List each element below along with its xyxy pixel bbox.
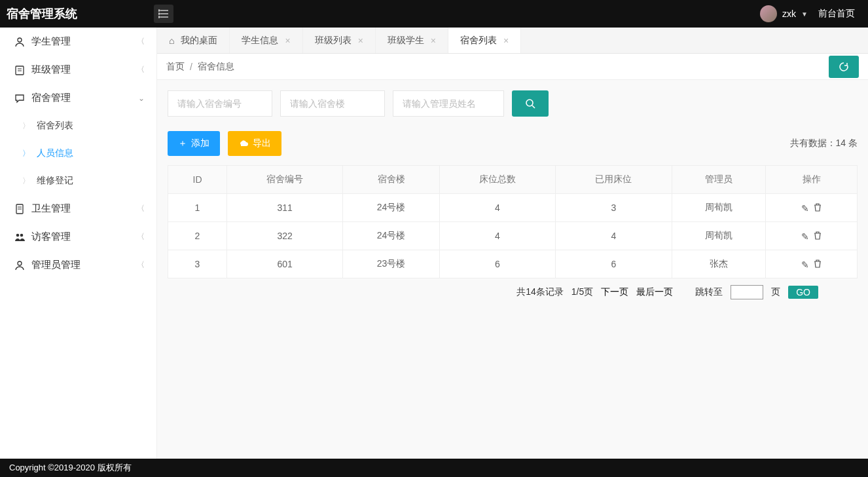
chevron-down-icon: ▼ xyxy=(801,10,808,18)
tab-desktop[interactable]: ⌂ 我的桌面 xyxy=(157,28,230,53)
content: ＋ 添加 导出 共有数据：14 条 ID 宿舍编号 宿舍楼 床 xyxy=(157,80,868,310)
search-button[interactable] xyxy=(512,90,549,117)
delete-icon[interactable] xyxy=(813,231,822,240)
close-icon[interactable]: × xyxy=(431,35,436,46)
tab-dorm-list[interactable]: 宿舍列表 × xyxy=(448,28,521,53)
tab-label: 学生信息 xyxy=(242,35,278,47)
sidebar-item-label: 卫生管理 xyxy=(31,202,137,215)
sidebar-item-label: 宿舍管理 xyxy=(31,92,138,104)
chevron-right-icon: 〉 xyxy=(22,148,30,159)
main: ⌂ 我的桌面 学生信息 × 班级列表 × 班级学生 × 宿舍列表 × 首页 / xyxy=(157,28,868,460)
dorm-code-input[interactable] xyxy=(168,90,272,117)
cell-manager: 周荀凯 xyxy=(672,222,765,250)
list-icon xyxy=(158,9,169,18)
record-count: 共有数据：14 条 xyxy=(790,138,858,149)
footer: Copyright ©2019-2020 版权所有 xyxy=(0,459,868,477)
pager-last[interactable]: 最后一页 xyxy=(636,286,673,298)
cell-used: 4 xyxy=(556,222,672,250)
pager-jump-prefix: 跳转至 xyxy=(695,286,723,298)
sidebar-sub-personnel[interactable]: 〉 人员信息 xyxy=(0,140,156,167)
chevron-right-icon: 〉 xyxy=(22,176,30,187)
cell-id: 3 xyxy=(168,250,227,278)
refresh-icon xyxy=(839,62,849,72)
edit-icon[interactable]: ✎ xyxy=(801,203,809,214)
chevron-right-icon: 〉 xyxy=(22,121,30,132)
cell-ops: ✎ xyxy=(766,250,858,278)
cell-id: 2 xyxy=(168,222,227,250)
close-icon[interactable]: × xyxy=(285,35,290,46)
front-home-link[interactable]: 前台首页 xyxy=(818,8,855,20)
menu-toggle-button[interactable] xyxy=(154,5,173,23)
sidebar-item-label: 班级管理 xyxy=(31,64,137,76)
svg-point-6 xyxy=(18,38,22,42)
tab-student-info[interactable]: 学生信息 × xyxy=(230,28,302,53)
tab-label: 班级列表 xyxy=(315,35,352,47)
manager-input[interactable] xyxy=(393,90,504,117)
doc-icon xyxy=(12,203,27,215)
table-row: 131124号楼43周荀凯✎ xyxy=(168,194,858,222)
breadcrumb-home[interactable]: 首页 xyxy=(166,61,185,73)
people-icon xyxy=(12,231,27,243)
cell-id: 1 xyxy=(168,194,227,222)
tab-class-student[interactable]: 班级学生 × xyxy=(376,28,448,53)
tab-class-list[interactable]: 班级列表 × xyxy=(303,28,376,53)
export-button[interactable]: 导出 xyxy=(228,131,281,156)
close-icon[interactable]: × xyxy=(503,35,509,46)
cell-ops: ✎ xyxy=(766,194,858,222)
cell-code: 322 xyxy=(227,222,343,250)
svg-line-17 xyxy=(532,105,535,108)
svg-point-5 xyxy=(158,16,160,18)
cloud-icon xyxy=(238,140,249,147)
cell-total: 4 xyxy=(439,222,555,250)
sidebar-sub-dormlist[interactable]: 〉 宿舍列表 xyxy=(0,112,156,140)
table-row: 360123号楼66张杰✎ xyxy=(168,250,858,278)
tabs: ⌂ 我的桌面 学生信息 × 班级列表 × 班级学生 × 宿舍列表 × xyxy=(157,28,868,54)
add-button[interactable]: ＋ 添加 xyxy=(168,131,220,156)
sidebar-item-student[interactable]: 学生管理 〈 xyxy=(0,28,156,56)
pager-jump-suffix: 页 xyxy=(771,286,780,298)
cell-total: 4 xyxy=(439,194,555,222)
chevron-left-icon: 〈 xyxy=(137,36,145,47)
close-icon[interactable]: × xyxy=(358,35,363,46)
toolbar: ＋ 添加 导出 共有数据：14 条 xyxy=(168,131,858,156)
cell-manager: 周荀凯 xyxy=(672,194,765,222)
sidebar-sub-repair[interactable]: 〉 维修登记 xyxy=(0,167,156,195)
cell-building: 24号楼 xyxy=(343,194,439,222)
avatar xyxy=(760,5,777,22)
svg-point-13 xyxy=(16,233,20,237)
edit-icon[interactable]: ✎ xyxy=(801,259,809,270)
plus-icon: ＋ xyxy=(178,138,187,149)
chevron-left-icon: 〈 xyxy=(137,64,145,75)
cell-building: 24号楼 xyxy=(343,222,439,250)
pager-go-button[interactable]: GO xyxy=(788,286,818,299)
tab-label: 宿舍列表 xyxy=(460,35,497,47)
filter-row xyxy=(168,90,858,117)
pager-jump-input[interactable] xyxy=(731,285,763,299)
home-icon: ⌂ xyxy=(169,35,174,46)
table-header-row: ID 宿舍编号 宿舍楼 床位总数 已用床位 管理员 操作 xyxy=(168,166,858,194)
sidebar-sub-label: 维修登记 xyxy=(37,175,73,187)
sidebar-item-visitor[interactable]: 访客管理 〈 xyxy=(0,223,156,251)
refresh-button[interactable] xyxy=(829,56,859,78)
edit-icon[interactable]: ✎ xyxy=(801,231,809,242)
th-used: 已用床位 xyxy=(556,166,672,194)
th-building: 宿舍楼 xyxy=(343,166,439,194)
chat-icon xyxy=(12,92,27,104)
sidebar-sub-label: 宿舍列表 xyxy=(37,120,73,132)
th-id: ID xyxy=(168,166,227,194)
user-menu[interactable]: zxk ▼ xyxy=(760,5,808,22)
cell-manager: 张杰 xyxy=(672,250,765,278)
delete-icon[interactable] xyxy=(813,259,822,268)
pager-next[interactable]: 下一页 xyxy=(601,286,628,298)
tab-label: 我的桌面 xyxy=(181,35,217,47)
sidebar-item-dorm[interactable]: 宿舍管理 ⌄ xyxy=(0,84,156,112)
delete-icon[interactable] xyxy=(813,202,822,212)
building-input[interactable] xyxy=(280,90,385,117)
breadcrumb-current: 宿舍信息 xyxy=(198,61,234,73)
chevron-left-icon: 〈 xyxy=(137,259,145,271)
sidebar-item-label: 访客管理 xyxy=(31,231,137,243)
sidebar-item-class[interactable]: 班级管理 〈 xyxy=(0,56,156,84)
sidebar-item-admin[interactable]: 管理员管理 〈 xyxy=(0,251,156,279)
chevron-left-icon: 〈 xyxy=(137,203,145,214)
sidebar-item-hygiene[interactable]: 卫生管理 〈 xyxy=(0,195,156,223)
